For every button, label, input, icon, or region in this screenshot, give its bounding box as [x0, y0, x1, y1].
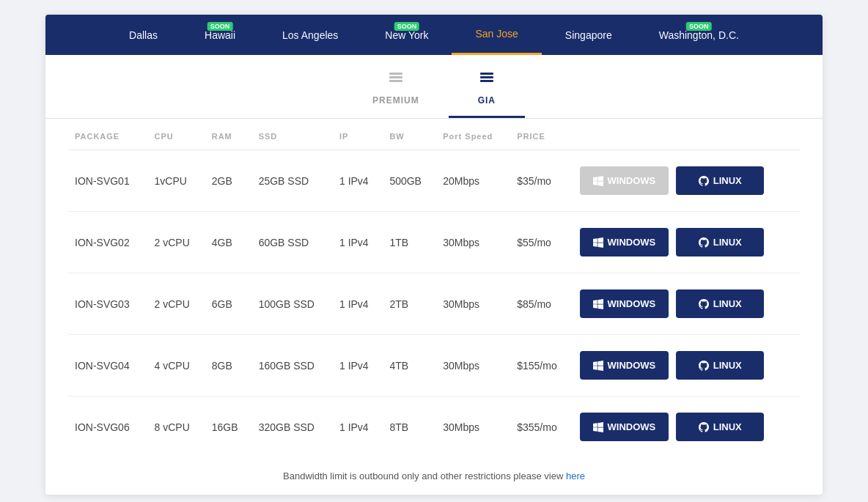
- cell-portspeed: 20Mbps: [435, 150, 510, 212]
- svg-rect-3: [480, 80, 493, 82]
- cell-ssd: 160GB SSD: [251, 335, 332, 396]
- cell-cpu: 1vCPU: [147, 150, 205, 212]
- cell-ip: 1 IPv4: [332, 150, 382, 212]
- cell-actions: WINDOWS LINUX: [573, 273, 801, 335]
- svg-rect-1: [389, 76, 402, 78]
- footer-note: Bandwidth limit is outbound only and oth…: [45, 457, 823, 495]
- col-header-price: PRICE: [510, 119, 572, 150]
- cell-actions: WINDOWS LINUX: [573, 396, 801, 458]
- nav-item-hawaii[interactable]: SOONHawaii: [181, 16, 259, 54]
- cell-bw: 500GB: [382, 150, 435, 212]
- col-header-ssd: SSD: [251, 119, 332, 150]
- action-buttons: WINDOWS LINUX: [580, 166, 793, 195]
- cell-portspeed: 30Mbps: [435, 396, 510, 458]
- col-header-cpu: CPU: [147, 119, 205, 150]
- nav-item-new-york[interactable]: SOONNew York: [361, 16, 452, 54]
- table-row: ION-SVG022 vCPU4GB60GB SSD1 IPv41TB30Mbp…: [67, 212, 801, 273]
- cell-portspeed: 30Mbps: [435, 335, 510, 396]
- nav-label: Los Angeles: [282, 29, 338, 41]
- soon-badge: SOON: [686, 22, 712, 31]
- tab-gia[interactable]: GIA: [449, 62, 525, 118]
- cell-portspeed: 30Mbps: [435, 212, 510, 273]
- nav-label: Dallas: [129, 29, 158, 41]
- windows-button[interactable]: WINDOWS: [580, 351, 669, 380]
- col-header-package: PACKAGE: [67, 119, 147, 150]
- cell-cpu: 2 vCPU: [147, 212, 205, 273]
- cell-ram: 4GB: [205, 212, 251, 273]
- pricing-table: PACKAGECPURAMSSDIPBWPort SpeedPRICE ION-…: [67, 119, 801, 457]
- col-header-ip: IP: [332, 119, 382, 150]
- cell-package: ION-SVG06: [67, 396, 147, 458]
- footer-text: Bandwidth limit is outbound only and oth…: [283, 470, 563, 481]
- windows-button[interactable]: WINDOWS: [580, 228, 669, 256]
- table-row: ION-SVG044 vCPU8GB160GB SSD1 IPv44TB30Mb…: [67, 335, 801, 396]
- table-row: ION-SVG011vCPU2GB25GB SSD1 IPv4500GB20Mb…: [67, 150, 801, 212]
- tab-premium[interactable]: PREMIUM: [343, 62, 449, 118]
- windows-button[interactable]: WINDOWS: [580, 413, 669, 441]
- svg-rect-5: [480, 73, 493, 75]
- cell-price: $85/mo: [510, 273, 572, 335]
- linux-button[interactable]: LINUX: [676, 166, 764, 195]
- col-header-bw: BW: [382, 119, 435, 150]
- cell-actions: WINDOWS LINUX: [573, 150, 801, 212]
- linux-button[interactable]: LINUX: [676, 228, 764, 256]
- cell-ram: 6GB: [205, 273, 251, 335]
- main-container: DallasSOONHawaiiLos AngelesSOONNew YorkS…: [45, 15, 823, 495]
- nav-item-los-angeles[interactable]: Los Angeles: [259, 16, 361, 54]
- location-nav: DallasSOONHawaiiLos AngelesSOONNew YorkS…: [45, 15, 823, 55]
- cell-ssd: 320GB SSD: [251, 396, 332, 458]
- cell-ip: 1 IPv4: [332, 335, 382, 396]
- gia-tab-icon: [478, 70, 496, 91]
- action-buttons: WINDOWS LINUX: [580, 289, 793, 318]
- soon-badge: SOON: [394, 22, 420, 31]
- svg-rect-0: [389, 80, 402, 82]
- nav-item-washington--d-c-[interactable]: SOONWashington, D.C.: [636, 16, 762, 54]
- nav-label: Washington, D.C.: [659, 29, 739, 41]
- nav-item-san-jose[interactable]: San Jose: [452, 15, 541, 55]
- windows-button[interactable]: WINDOWS: [580, 289, 669, 318]
- gia-tab-label: GIA: [478, 95, 496, 106]
- nav-label: San Jose: [475, 28, 518, 40]
- linux-button[interactable]: LINUX: [676, 413, 764, 441]
- svg-rect-2: [389, 73, 402, 75]
- cell-price: $35/mo: [510, 150, 572, 212]
- table-row: ION-SVG068 vCPU16GB320GB SSD1 IPv48TB30M…: [67, 396, 801, 458]
- cell-cpu: 2 vCPU: [147, 273, 205, 335]
- nav-label: New York: [385, 29, 428, 41]
- cell-bw: 4TB: [382, 335, 435, 396]
- action-buttons: WINDOWS LINUX: [580, 228, 793, 256]
- nav-label: Singapore: [565, 29, 612, 41]
- linux-button[interactable]: LINUX: [676, 289, 764, 318]
- soon-badge: SOON: [207, 22, 233, 31]
- linux-button[interactable]: LINUX: [676, 351, 764, 380]
- table-row: ION-SVG032 vCPU6GB100GB SSD1 IPv42TB30Mb…: [67, 273, 801, 335]
- svg-rect-4: [480, 76, 493, 78]
- action-buttons: WINDOWS LINUX: [580, 413, 793, 441]
- action-buttons: WINDOWS LINUX: [580, 351, 793, 380]
- cell-package: ION-SVG01: [67, 150, 147, 212]
- nav-item-dallas[interactable]: Dallas: [106, 16, 181, 54]
- col-header-actions: [573, 119, 801, 150]
- cell-cpu: 8 vCPU: [147, 396, 205, 458]
- cell-price: $355/mo: [510, 396, 572, 458]
- cell-ip: 1 IPv4: [332, 273, 382, 335]
- cell-portspeed: 30Mbps: [435, 273, 510, 335]
- cell-actions: WINDOWS LINUX: [573, 212, 801, 273]
- cell-ram: 8GB: [205, 335, 251, 396]
- cell-ip: 1 IPv4: [332, 212, 382, 273]
- cell-ram: 16GB: [205, 396, 251, 458]
- plan-tabs: PREMIUM GIA: [45, 55, 823, 119]
- cell-bw: 2TB: [382, 273, 435, 335]
- footer-link[interactable]: here: [566, 470, 585, 481]
- cell-price: $55/mo: [510, 212, 572, 273]
- cell-cpu: 4 vCPU: [147, 335, 205, 396]
- windows-button: WINDOWS: [580, 166, 669, 195]
- cell-package: ION-SVG03: [67, 273, 147, 335]
- nav-item-singapore[interactable]: Singapore: [542, 16, 636, 54]
- cell-ram: 2GB: [205, 150, 251, 212]
- nav-label: Hawaii: [205, 29, 235, 41]
- cell-bw: 8TB: [382, 396, 435, 458]
- premium-tab-icon: [387, 70, 405, 91]
- cell-ip: 1 IPv4: [332, 396, 382, 458]
- pricing-table-wrap: PACKAGECPURAMSSDIPBWPort SpeedPRICE ION-…: [45, 119, 823, 457]
